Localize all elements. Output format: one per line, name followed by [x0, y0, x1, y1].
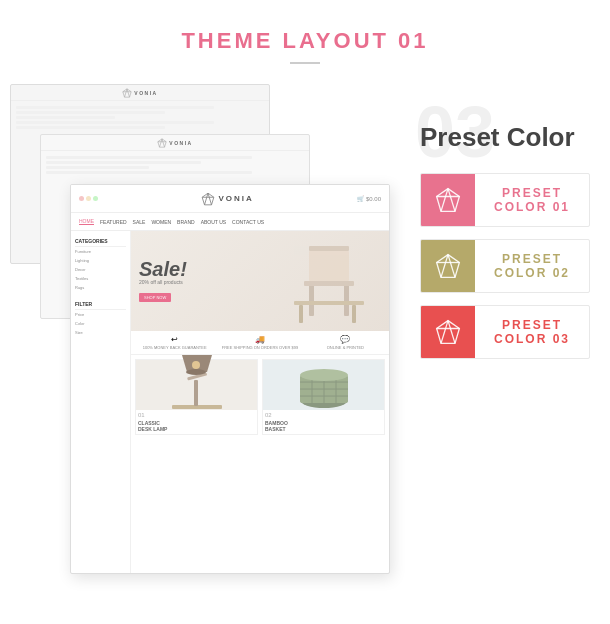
- nav-home: HOME: [79, 218, 94, 225]
- svg-rect-12: [309, 246, 349, 251]
- svg-point-25: [192, 361, 200, 369]
- svg-marker-43: [437, 320, 460, 343]
- svg-marker-0: [123, 88, 131, 96]
- small-lines-2: [16, 106, 264, 129]
- mock-shop-btn: SHOP NOW: [139, 293, 171, 302]
- line: [46, 156, 252, 159]
- product-basket: 02 BAMBOOBASKET: [262, 359, 385, 435]
- feature-3: 💬 ONLINE & PRINTED: [304, 335, 387, 350]
- svg-rect-14: [309, 281, 314, 316]
- title-plain: THEME: [181, 28, 282, 53]
- svg-marker-4: [158, 138, 166, 146]
- nav-featured: FEATURED: [100, 219, 127, 225]
- product-basket-num: 02: [263, 410, 384, 420]
- svg-rect-15: [344, 281, 349, 316]
- svg-rect-13: [309, 251, 349, 281]
- nav-contact: CONTACT US: [232, 219, 264, 225]
- nav-sale: SALE: [133, 219, 146, 225]
- mockup-section: VONIA VONIA: [10, 84, 400, 594]
- mock-sale-sub: 20% off all products: [139, 279, 187, 285]
- mock-content: Sale! 20% off all products SHOP NOW: [131, 231, 389, 573]
- main-content: VONIA VONIA: [0, 74, 610, 594]
- sidebar-item: Lighting: [75, 256, 126, 265]
- title-divider: [290, 62, 320, 64]
- small-brand-1: VONIA: [169, 140, 192, 146]
- small-content-1: [41, 153, 309, 177]
- feature-2: 🚚 FREE SHIPPING ON ORDERS OVER $99: [218, 335, 301, 350]
- preset-03-label: PRESET COLOR 03: [475, 318, 589, 346]
- line: [46, 166, 149, 169]
- preset-02-icon-box: [421, 239, 475, 293]
- small-topbar-1: VONIA: [41, 135, 309, 151]
- preset-color-01-item[interactable]: PRESET COLOR 01: [420, 173, 590, 227]
- svg-marker-39: [437, 254, 460, 277]
- filter-label: FILTER: [75, 298, 126, 310]
- line: [16, 106, 214, 109]
- sidebar-item: Decor: [75, 265, 126, 274]
- svg-point-34: [300, 369, 348, 381]
- svg-rect-21: [194, 380, 198, 406]
- mock-logo: VONIA: [201, 192, 253, 206]
- small-brand-2: VONIA: [134, 90, 157, 96]
- preset-title-container: 03 Preset Color: [420, 104, 590, 153]
- mock-cart: 🛒 $0.00: [357, 195, 381, 202]
- product-lamp-img: [136, 360, 257, 410]
- mock-body: CATEGORIES Furniture Lighting Decor Text…: [71, 231, 389, 573]
- small-content-2: [11, 103, 269, 132]
- mock-hero-text: Sale! 20% off all products SHOP NOW: [139, 259, 187, 303]
- product-label-num: 01: [136, 410, 257, 420]
- hero-decoration: [289, 236, 379, 326]
- product-label-name: CLASSICDESK LAMP: [136, 420, 257, 434]
- sidebar-cat: CATEGORIES: [75, 235, 126, 247]
- mock-sale-heading: Sale!: [139, 259, 187, 279]
- presets-section: 03 Preset Color PRESET COLOR 01: [420, 84, 590, 594]
- mock-sidebar: CATEGORIES Furniture Lighting Decor Text…: [71, 231, 131, 573]
- mockup-main: VONIA 🛒 $0.00 HOME FEATURED SALE WOMEN B…: [70, 184, 390, 574]
- preset-01-icon-box: [421, 173, 475, 227]
- preset-main-title: Preset Color: [420, 122, 575, 153]
- svg-rect-18: [299, 305, 303, 323]
- sidebar-item: Textiles: [75, 274, 126, 283]
- svg-rect-17: [294, 301, 364, 305]
- small-lines-1: [46, 156, 304, 174]
- small-topbar-2: VONIA: [11, 85, 269, 101]
- preset-title-row: Preset Color: [420, 122, 590, 153]
- preset-color-02-item[interactable]: PRESET COLOR 02: [420, 239, 590, 293]
- mock-nav: HOME FEATURED SALE WOMEN BRAND ABOUT US …: [71, 213, 389, 231]
- svg-rect-19: [352, 305, 356, 323]
- product-lamp: 01 CLASSICDESK LAMP: [135, 359, 258, 435]
- nav-about: ABOUT US: [201, 219, 226, 225]
- mock-products: 01 CLASSICDESK LAMP: [131, 355, 389, 439]
- mock-brand: VONIA: [218, 194, 253, 203]
- preset-02-label: PRESET COLOR 02: [475, 252, 589, 280]
- product-basket-img: [263, 360, 384, 410]
- preset-01-label: PRESET COLOR 01: [475, 186, 589, 214]
- line: [16, 111, 165, 114]
- preset-03-icon-box: [421, 305, 475, 359]
- line: [16, 121, 214, 124]
- line: [16, 126, 165, 129]
- line: [46, 171, 252, 174]
- sidebar-item: Furniture: [75, 247, 126, 256]
- line: [46, 161, 201, 164]
- svg-point-24: [186, 369, 206, 375]
- title-accent: LAYOUT 01: [283, 28, 429, 53]
- svg-marker-8: [203, 193, 215, 205]
- header: THEME LAYOUT 01: [0, 0, 610, 74]
- line: [16, 116, 115, 119]
- sidebar-item: Rugs: [75, 283, 126, 292]
- feature-1: ↩ 100% MONEY BACK GUARANTEE: [133, 335, 216, 350]
- sidebar-filter: FILTER Price Color Size: [75, 298, 126, 337]
- nav-brand: BRAND: [177, 219, 195, 225]
- preset-color-03-item[interactable]: PRESET COLOR 03: [420, 305, 590, 359]
- page-title: THEME LAYOUT 01: [0, 28, 610, 54]
- product-basket-name: BAMBOOBASKET: [263, 420, 384, 434]
- svg-marker-35: [437, 188, 460, 211]
- mock-hero: Sale! 20% off all products SHOP NOW: [131, 231, 389, 331]
- mock-topbar: VONIA 🛒 $0.00: [71, 185, 389, 213]
- nav-women: WOMEN: [151, 219, 171, 225]
- svg-rect-16: [304, 281, 354, 286]
